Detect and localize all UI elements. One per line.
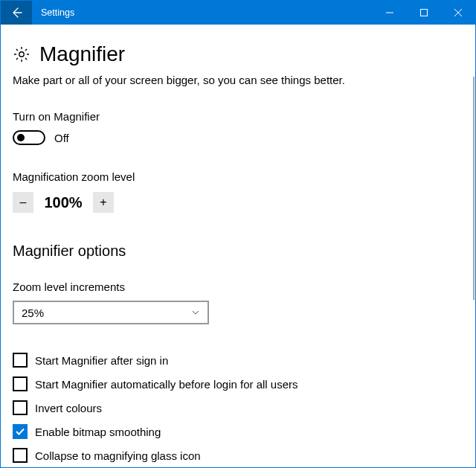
zoom-level-label: Magnification zoom level <box>13 170 463 183</box>
checkbox-collapse-icon[interactable]: Collapse to magnifying glass icon <box>13 448 463 463</box>
zoom-decrease-button[interactable]: – <box>13 192 33 213</box>
toggle-state-text: Off <box>54 132 69 144</box>
page-title: Magnifier <box>39 42 125 66</box>
checkbox-invert-colours[interactable]: Invert colours <box>13 400 463 415</box>
page-subtitle: Make part or all of your screen bigger, … <box>13 74 463 86</box>
increments-dropdown[interactable]: 25% <box>13 301 209 324</box>
minimize-icon <box>386 9 393 16</box>
checkbox-start-after-signin[interactable]: Start Magnifier after sign in <box>13 353 463 368</box>
magnifier-toggle-row: Off <box>13 130 463 145</box>
back-button[interactable] <box>1 1 32 25</box>
magnifier-options-heading: Magnifier options <box>13 243 463 260</box>
checkbox-label: Start Magnifier automatically before log… <box>35 378 298 391</box>
scrollbar[interactable] <box>473 77 475 300</box>
maximize-icon <box>420 9 428 16</box>
svg-rect-0 <box>421 10 428 16</box>
checkbox-box[interactable] <box>13 424 28 439</box>
checkbox-label: Enable bitmap smoothing <box>35 426 161 438</box>
magnifier-toggle-label: Turn on Magnifier <box>13 110 463 123</box>
magnifier-toggle[interactable] <box>13 130 45 145</box>
checkbox-start-before-login[interactable]: Start Magnifier automatically before log… <box>13 376 463 391</box>
checkbox-box[interactable] <box>13 448 28 463</box>
gear-icon <box>13 45 30 63</box>
increments-value: 25% <box>22 307 44 319</box>
zoom-value: 100% <box>42 194 84 211</box>
checkbox-label: Start Magnifier after sign in <box>35 354 168 367</box>
increments-label: Zoom level increments <box>13 281 463 293</box>
checkbox-box[interactable] <box>13 400 28 415</box>
window-controls <box>373 1 475 25</box>
maximize-button[interactable] <box>407 1 441 25</box>
minimize-button[interactable] <box>373 1 407 25</box>
checkbox-label: Invert colours <box>35 402 102 414</box>
svg-point-1 <box>19 52 24 57</box>
zoom-level-row: – 100% + <box>13 192 463 213</box>
checkbox-label: Collapse to magnifying glass icon <box>35 449 201 462</box>
content-area: Magnifier Make part or all of your scree… <box>1 25 475 467</box>
close-button[interactable] <box>441 1 475 25</box>
close-icon <box>454 9 462 16</box>
zoom-increase-button[interactable]: + <box>93 192 114 213</box>
checkbox-box[interactable] <box>13 353 28 368</box>
chevron-down-icon <box>191 308 200 317</box>
titlebar: Settings <box>1 1 475 25</box>
checkbox-box[interactable] <box>13 376 28 391</box>
checkbox-bitmap-smoothing[interactable]: Enable bitmap smoothing <box>13 424 463 439</box>
check-icon <box>15 426 25 437</box>
back-arrow-icon <box>10 7 22 19</box>
toggle-knob <box>17 134 25 141</box>
window-title: Settings <box>32 1 373 25</box>
page-header: Magnifier <box>13 42 463 66</box>
